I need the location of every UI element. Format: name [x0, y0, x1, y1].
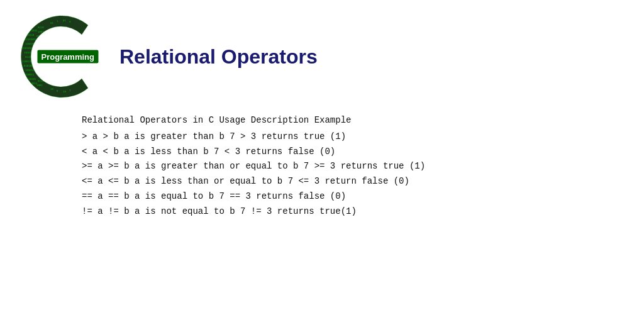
table-row: < a < b a is less than b 7 < 3 returns f…	[82, 145, 581, 160]
svg-text:10010110: 10010110	[22, 33, 35, 36]
row-text: == a == b a is equal to b 7 == 3 returns…	[82, 191, 346, 201]
svg-text:1001: 1001	[38, 30, 44, 33]
svg-text:10: 10	[63, 90, 66, 93]
svg-text:10: 10	[50, 87, 53, 91]
svg-text:01: 01	[50, 21, 53, 25]
svg-text:01100011: 01100011	[22, 73, 35, 76]
table-header-row: Relational Operators in C Usage Descript…	[82, 113, 581, 128]
svg-text:11010101: 11010101	[24, 77, 36, 80]
svg-text:01100110: 01100110	[25, 55, 38, 58]
svg-text:11001011: 11001011	[25, 42, 38, 45]
svg-text:10101010: 10101010	[24, 51, 36, 54]
row-text: >= a >= b a is greater than or equal to …	[82, 161, 425, 171]
table-header-text: Relational Operators in C Usage Descript…	[82, 115, 351, 125]
row-text: > a > b a is greater than b 7 > 3 return…	[82, 131, 346, 142]
operators-table: Relational Operators in C Usage Descript…	[82, 113, 581, 219]
logo-label: Programming	[37, 50, 98, 64]
svg-text:01: 01	[63, 19, 66, 22]
table-row: <= a <= b a is less than or equal to b 7…	[82, 174, 581, 189]
row-text: != a != b a is not equal to b 7 != 3 ret…	[82, 206, 357, 216]
svg-text:11001100: 11001100	[22, 60, 35, 63]
table-row: > a > b a is greater than b 7 > 3 return…	[82, 130, 581, 145]
svg-text:01010010: 01010010	[24, 64, 36, 67]
svg-text:0110: 0110	[36, 35, 43, 38]
table-row: == a == b a is equal to b 7 == 3 returns…	[82, 189, 581, 204]
page-title: Relational Operators	[119, 45, 318, 69]
table-row: >= a >= b a is greater than or equal to …	[82, 159, 581, 174]
svg-text:00110011: 00110011	[25, 82, 38, 85]
row-text: < a < b a is less than b 7 < 3 returns f…	[82, 147, 335, 157]
content-area: Relational Operators in C Usage Descript…	[0, 107, 644, 232]
svg-text:01101001: 01101001	[24, 38, 36, 41]
svg-text:0110: 0110	[38, 26, 44, 29]
svg-text:01010101: 01010101	[22, 47, 35, 50]
svg-text:10101101: 10101101	[25, 69, 38, 72]
row-text: <= a <= b a is less than or equal to b 7…	[82, 176, 409, 186]
page-container: 0 01101001 10010110 01101001 11001011 01…	[0, 0, 644, 322]
header: 0 01101001 10010110 01101001 11001011 01…	[0, 0, 644, 107]
svg-text:1001: 1001	[36, 84, 43, 87]
table-row: != a != b a is not equal to b 7 != 3 ret…	[82, 204, 581, 219]
svg-text:0110: 0110	[38, 79, 44, 82]
c-logo: 0 01101001 10010110 01101001 11001011 01…	[19, 13, 107, 101]
